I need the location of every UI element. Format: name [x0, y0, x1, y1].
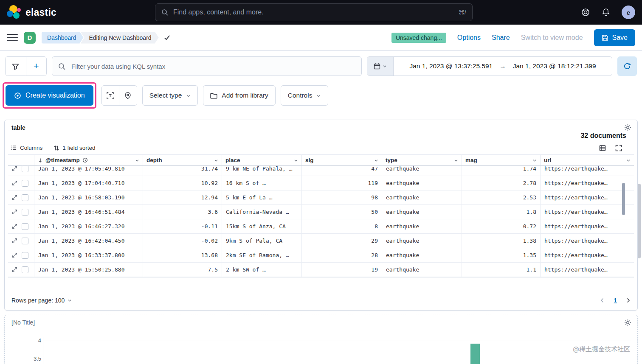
annotation-tool-button[interactable]: [102, 86, 119, 105]
switch-view-mode-button[interactable]: Switch to view mode: [521, 34, 583, 42]
chevron-down-icon[interactable]: [294, 158, 298, 162]
fullscreen-icon[interactable]: [615, 145, 622, 151]
bar-chart: 4 3.5: [5, 331, 637, 364]
chevron-down-icon[interactable]: [214, 158, 218, 162]
expand-row-icon[interactable]: [12, 195, 17, 200]
y-axis-tick: 4: [21, 337, 41, 344]
table-row: Jan 1, 2023 @ 16:46:51.484 3.6 Californi…: [8, 205, 634, 219]
cell-timestamp: Jan 1, 2023 @ 15:50:25.880: [34, 263, 143, 277]
row-checkbox[interactable]: [22, 209, 28, 216]
user-avatar[interactable]: e: [622, 6, 635, 19]
expand-row-icon[interactable]: [12, 224, 17, 229]
previous-page-icon[interactable]: [600, 298, 605, 303]
next-page-icon[interactable]: [625, 298, 631, 303]
refresh-button[interactable]: [617, 56, 637, 76]
controls-label: Controls: [288, 92, 313, 99]
column-header-sig[interactable]: sig: [302, 155, 382, 165]
gear-icon[interactable]: [624, 319, 631, 326]
row-checkbox[interactable]: [22, 238, 28, 244]
add-filter-button[interactable]: +: [26, 57, 47, 76]
expand-row-icon[interactable]: [12, 252, 17, 258]
controls-button[interactable]: Controls: [281, 85, 329, 106]
kql-filter-input[interactable]: [70, 62, 355, 70]
cell-mag: 1.74: [462, 166, 541, 176]
options-button[interactable]: Options: [457, 34, 481, 42]
column-header-depth[interactable]: depth: [143, 155, 222, 165]
cell-type: earthquake: [382, 176, 462, 190]
expand-row-icon[interactable]: [12, 180, 17, 186]
sort-desc-icon: [38, 158, 43, 163]
global-search-input[interactable]: [172, 8, 454, 17]
column-header-type[interactable]: type: [382, 155, 462, 165]
chevron-down-icon[interactable]: [374, 158, 378, 162]
cell-type: earthquake: [382, 234, 462, 248]
clock-icon: [82, 157, 88, 163]
cell-timestamp: Jan 1, 2023 @ 16:58:03.190: [34, 190, 143, 204]
menu-icon[interactable]: [7, 32, 18, 43]
row-checkbox[interactable]: [22, 194, 28, 201]
bar[interactable]: [470, 344, 480, 364]
row-checkbox[interactable]: [22, 252, 28, 259]
grid-density-icon[interactable]: [599, 145, 606, 151]
column-header-timestamp[interactable]: @timestamp: [34, 155, 143, 165]
gear-icon[interactable]: [624, 124, 631, 131]
chevron-down-icon[interactable]: [532, 158, 537, 162]
add-from-library-button[interactable]: Add from library: [203, 85, 275, 106]
rows-per-page-label: Rows per page: 100: [11, 297, 65, 304]
cell-depth: 10.92: [143, 176, 222, 190]
check-icon[interactable]: [164, 34, 170, 41]
chevron-down-icon: [68, 298, 72, 302]
map-tool-button[interactable]: [119, 86, 137, 105]
sort-fields-button[interactable]: 1 field sorted: [54, 145, 95, 151]
chevron-down-icon[interactable]: [626, 158, 631, 162]
save-icon: [602, 34, 608, 41]
help-icon[interactable]: [581, 8, 590, 17]
cell-url: https://earthquake…: [541, 190, 634, 204]
select-type-button[interactable]: Select type: [142, 85, 198, 106]
space-badge[interactable]: D: [24, 32, 36, 44]
saved-query-menu-button[interactable]: [6, 57, 26, 76]
expand-row-icon[interactable]: [12, 166, 17, 171]
expand-row-icon[interactable]: [12, 209, 17, 215]
row-checkbox[interactable]: [22, 166, 28, 172]
elastic-logo[interactable]: elastic: [7, 5, 56, 20]
column-header-place[interactable]: place: [222, 155, 302, 165]
table-row: Jan 1, 2023 @ 17:04:40.710 10.92 16 km S…: [8, 176, 634, 190]
cell-type: earthquake: [382, 248, 462, 262]
expand-row-icon[interactable]: [12, 267, 17, 272]
share-button[interactable]: Share: [492, 34, 510, 42]
cell-sig: 28: [302, 248, 382, 262]
columns-button[interactable]: Columns: [11, 145, 42, 151]
row-checkbox[interactable]: [22, 266, 28, 273]
query-bar: + Jan 1, 2023 @ 13:37:25.591 → Jan 1, 20…: [0, 51, 642, 81]
cell-mag: 2.53: [462, 190, 541, 204]
chevron-down-icon[interactable]: [454, 158, 458, 162]
expand-row-icon[interactable]: [12, 238, 17, 244]
date-start[interactable]: Jan 1, 2023 @ 13:37:25.591: [409, 62, 493, 70]
column-header-url[interactable]: url: [541, 155, 634, 165]
column-label: sig: [305, 157, 314, 163]
row-checkbox[interactable]: [22, 180, 28, 187]
page-number[interactable]: 1: [614, 297, 617, 304]
notifications-icon[interactable]: [601, 8, 611, 17]
page-scrollbar[interactable]: [638, 184, 641, 258]
breadcrumb: Dashboard Editing New Dashboard: [42, 32, 170, 44]
save-button[interactable]: Save: [594, 29, 635, 46]
global-search[interactable]: ⌘/: [155, 3, 473, 21]
row-controls: [8, 190, 34, 204]
date-end[interactable]: Jan 1, 2023 @ 18:12:21.399: [513, 62, 596, 70]
row-checkbox[interactable]: [22, 223, 28, 230]
grid-scrollbar[interactable]: [622, 183, 625, 215]
create-visualization-button[interactable]: Create visualization: [6, 85, 93, 106]
date-quick-select-button[interactable]: [367, 57, 394, 76]
cell-timestamp: Jan 1, 2023 @ 16:42:04.450: [34, 234, 143, 248]
chevron-down-icon: [383, 64, 387, 68]
column-header-mag[interactable]: mag: [462, 155, 541, 165]
cell-mag: 1.35: [462, 248, 541, 262]
breadcrumb-dashboard[interactable]: Dashboard: [42, 32, 84, 44]
chart-panel: [No Title] 4 3.5: [4, 315, 638, 364]
rows-per-page-button[interactable]: Rows per page: 100: [11, 297, 72, 304]
chevron-down-icon[interactable]: [135, 158, 139, 162]
row-controls: [8, 234, 34, 248]
cell-url: https://earthquake…: [541, 263, 634, 277]
